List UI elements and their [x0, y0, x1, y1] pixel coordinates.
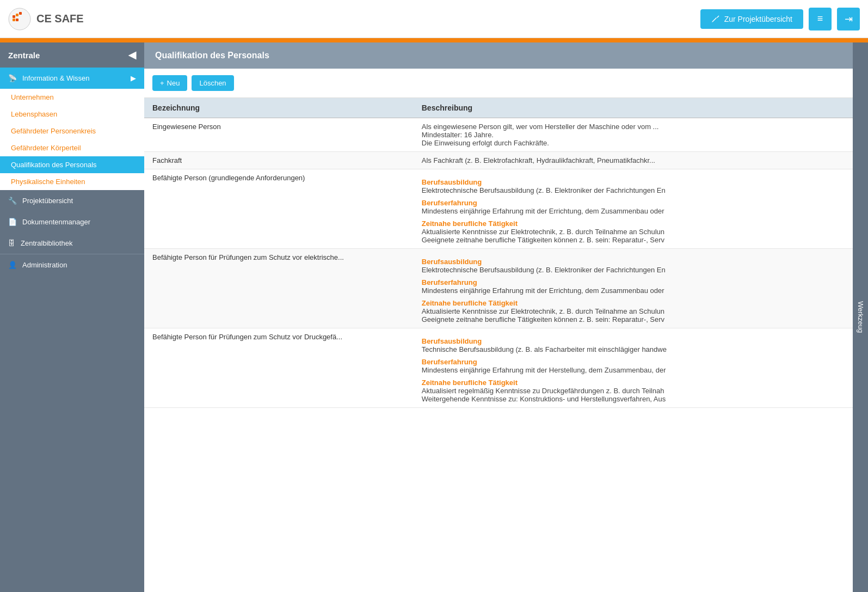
sidebar-collapse-icon[interactable]: ◀ — [128, 49, 136, 61]
new-label: Neu — [167, 79, 180, 87]
sidebar-sub-item-qualifikation[interactable]: Qualifikation des Personals — [0, 156, 144, 173]
table-row[interactable]: Eingewiesene PersonAls eingewiesene Pers… — [144, 118, 853, 152]
logo-area: CE SAFE — [8, 8, 150, 30]
sidebar-sub-item-lebensphasen[interactable]: Lebensphasen — [0, 106, 144, 123]
sidebar-header: Zentrale ◀ — [0, 42, 144, 68]
sidebar-title: Zentrale — [8, 51, 40, 60]
db-icon: 🗄 — [8, 239, 15, 247]
wrench-sidebar-icon: 🔧 — [8, 197, 17, 205]
table-row[interactable]: FachkraftAls Fachkraft (z. B. Elektrofac… — [144, 152, 853, 169]
doc-icon: 📄 — [8, 218, 17, 226]
cell-bezeichnung: Eingewiesene Person — [144, 118, 414, 152]
sidebar-item-projektuebersicht[interactable]: 🔧 Projektübersicht — [0, 190, 144, 211]
cell-beschreibung: Als Fachkraft (z. B. Elektrofachkraft, H… — [414, 152, 853, 169]
table-container[interactable]: Bezeichnung Beschreibung Eingewiesene Pe… — [144, 98, 853, 592]
col-header-bezeichnung: Bezeichnung — [144, 98, 414, 118]
menu-icon: ≡ — [817, 13, 823, 25]
header-right: Zur Projektübersicht ≡ ⇥ — [700, 8, 860, 30]
new-button[interactable]: + Neu — [152, 75, 187, 91]
cell-beschreibung: BerufsausbildungElektrotechnische Berufs… — [414, 169, 853, 249]
delete-label: Löschen — [199, 79, 226, 87]
sidebar-sub-item-gefaehrdeter-personenkreis[interactable]: Gefährdeter Personenkreis — [0, 123, 144, 139]
col-header-beschreibung: Beschreibung — [414, 98, 853, 118]
svg-rect-2 — [16, 14, 19, 16]
main-layout: Zentrale ◀ 📡 Information & Wissen ▶ Unte… — [0, 42, 868, 592]
svg-point-0 — [9, 8, 30, 30]
menu-button[interactable]: ≡ — [809, 8, 832, 30]
sidebar-item-dokumentenmanager[interactable]: 📄 Dokumentenmanager — [0, 211, 144, 233]
project-overview-button[interactable]: Zur Projektübersicht — [700, 9, 803, 29]
sidebar-item-zentralbibliothek[interactable]: 🗄 Zentralbibliothek — [0, 233, 144, 254]
wrench-icon — [711, 15, 720, 23]
toolbar: + Neu Löschen — [144, 69, 853, 98]
werkzeug-label[interactable]: Werkzeug — [853, 42, 868, 592]
header: CE SAFE Zur Projektübersicht ≡ ⇥ — [0, 0, 868, 38]
sidebar-item-info-wissen[interactable]: 📡 Information & Wissen ▶ — [0, 68, 144, 89]
sidebar-administration-label: Administration — [22, 261, 67, 269]
logo-icon — [8, 8, 31, 30]
content-area: Qualifikation des Personals + Neu Lösche… — [144, 42, 853, 592]
cell-beschreibung: Als eingewiesene Person gilt, wer vom He… — [414, 118, 853, 152]
svg-rect-1 — [13, 15, 15, 18]
cell-bezeichnung: Befähigte Person für Prüfungen zum Schut… — [144, 249, 414, 328]
table-row[interactable]: Befähigte Person für Prüfungen zum Schut… — [144, 328, 853, 408]
cell-bezeichnung: Fachkraft — [144, 152, 414, 169]
cell-bezeichnung: Befähigte Person (grundlegende Anforderu… — [144, 169, 414, 249]
svg-rect-3 — [19, 12, 22, 15]
table-header-row: Bezeichnung Beschreibung — [144, 98, 853, 118]
table-row[interactable]: Befähigte Person für Prüfungen zum Schut… — [144, 249, 853, 328]
cell-bezeichnung: Befähigte Person für Prüfungen zum Schut… — [144, 328, 414, 408]
sidebar-sub-item-gefaehrdeter-koerperteil[interactable]: Gefährdeter Körperteil — [0, 139, 144, 156]
plus-icon: + — [160, 79, 164, 87]
delete-button[interactable]: Löschen — [192, 75, 233, 91]
exit-button[interactable]: ⇥ — [837, 8, 860, 30]
sidebar-sub-item-unternehmen[interactable]: Unternehmen — [0, 89, 144, 106]
orange-bar — [0, 38, 868, 42]
logo-text: CE SAFE — [36, 13, 84, 25]
cell-beschreibung: BerufsausbildungTechnische Berufsausbild… — [414, 328, 853, 408]
cell-beschreibung: BerufsausbildungElektrotechnische Berufs… — [414, 249, 853, 328]
svg-rect-4 — [13, 19, 15, 21]
content-header: Qualifikation des Personals — [144, 42, 853, 69]
sidebar-item-info-wissen-label: Information & Wissen — [22, 74, 90, 82]
table-row[interactable]: Befähigte Person (grundlegende Anforderu… — [144, 169, 853, 249]
person-icon: 👤 — [8, 261, 17, 269]
sidebar-sub-item-physikalische-einheiten[interactable]: Physikalische Einheiten — [0, 173, 144, 190]
rss-icon: 📡 — [8, 74, 17, 82]
project-overview-label: Zur Projektübersicht — [724, 15, 792, 23]
arrow-right-icon: ▶ — [131, 74, 136, 82]
qualifikation-table: Bezeichnung Beschreibung Eingewiesene Pe… — [144, 98, 853, 408]
exit-icon: ⇥ — [845, 13, 853, 25]
svg-rect-5 — [16, 19, 19, 21]
sidebar: Zentrale ◀ 📡 Information & Wissen ▶ Unte… — [0, 42, 144, 592]
sidebar-item-administration[interactable]: 👤 Administration — [0, 254, 144, 276]
page-title: Qualifikation des Personals — [155, 51, 269, 60]
